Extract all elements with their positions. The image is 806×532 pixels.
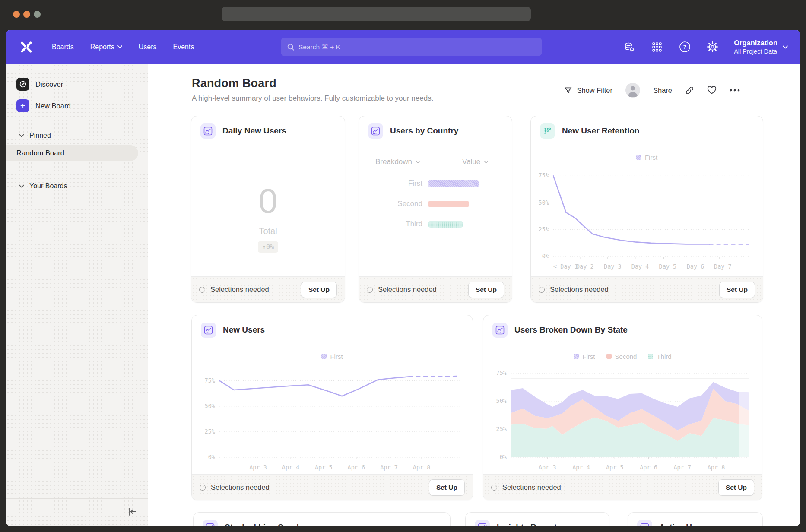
svg-text:Apr 8: Apr 8 xyxy=(413,464,431,471)
sidebar-item-random-board[interactable]: Random Board xyxy=(6,145,138,161)
set-up-button[interactable]: Set Up xyxy=(719,282,755,298)
sidebar-footer xyxy=(6,498,148,526)
close-window-button[interactable] xyxy=(13,11,20,18)
org-switcher[interactable]: Organization All Project Data xyxy=(734,38,788,55)
legend-swatch xyxy=(636,155,641,160)
svg-text:Apr 5: Apr 5 xyxy=(315,464,333,471)
line-chart-icon xyxy=(637,520,652,526)
set-up-button[interactable]: Set Up xyxy=(468,282,504,298)
card-title: New Users xyxy=(223,325,265,335)
dropdown-label: Value xyxy=(462,158,480,166)
org-name: Organization xyxy=(734,38,777,48)
legend-label: First xyxy=(582,353,595,360)
settings-gear-icon[interactable] xyxy=(706,41,718,53)
card-title: Users by Country xyxy=(390,126,458,136)
nav-item-label: Users xyxy=(139,43,157,51)
nav-item-label: Events xyxy=(173,43,194,51)
chevron-down-icon xyxy=(783,45,788,49)
bar xyxy=(428,221,463,228)
country-bar-row: Second xyxy=(359,200,512,208)
svg-text:Apr 3: Apr 3 xyxy=(539,464,556,471)
legend-entry: First xyxy=(636,154,657,161)
help-icon[interactable]: ? xyxy=(679,41,691,53)
sidebar-section-label: Your Boards xyxy=(29,182,67,190)
svg-text:25%: 25% xyxy=(496,425,507,432)
address-bar[interactable] xyxy=(222,7,531,21)
legend-swatch xyxy=(606,354,612,359)
sidebar-item-discover[interactable]: Discover xyxy=(6,73,148,95)
value-dropdown[interactable]: Value xyxy=(462,158,489,166)
breakdown-dropdown[interactable]: Breakdown xyxy=(375,158,420,166)
svg-text:50%: 50% xyxy=(205,402,215,409)
chevron-down-icon xyxy=(484,161,489,164)
share-button[interactable]: Share xyxy=(653,86,672,95)
status-text: Selections needed xyxy=(550,285,714,294)
card-active-users: Active Users xyxy=(628,512,763,526)
search-input[interactable]: Search ⌘ + K xyxy=(281,38,542,56)
svg-text:Apr 6: Apr 6 xyxy=(640,464,657,471)
svg-text:Apr 3: Apr 3 xyxy=(249,464,267,471)
traffic-lights xyxy=(13,11,41,18)
apps-grid-icon[interactable] xyxy=(651,41,663,53)
status-text: Selections needed xyxy=(211,483,424,491)
new-users-line-chart: 75%50%25%0%Apr 3Apr 4Apr 5Apr 6Apr 7Apr … xyxy=(192,361,473,474)
status-text: Selections needed xyxy=(378,285,463,294)
metric-total-label: Total xyxy=(259,226,277,236)
show-filter-button[interactable]: Show Filter xyxy=(564,86,612,95)
legend-entry: Second xyxy=(606,353,637,360)
svg-text:Apr 7: Apr 7 xyxy=(380,464,398,471)
nav-item-users[interactable]: Users xyxy=(133,40,163,54)
line-chart-icon xyxy=(203,520,218,526)
data-management-icon[interactable] xyxy=(623,41,635,53)
discover-compass-icon xyxy=(16,78,29,91)
more-options-button[interactable] xyxy=(730,89,740,92)
sidebar-section-pinned[interactable]: Pinned xyxy=(6,128,148,143)
legend-entry: Third xyxy=(648,353,671,360)
sidebar-section-label: Pinned xyxy=(29,132,51,139)
copy-link-button[interactable] xyxy=(685,86,694,95)
chevron-down-icon xyxy=(19,134,24,137)
favorite-button[interactable] xyxy=(707,86,717,95)
legend-swatch xyxy=(648,354,653,359)
avatar[interactable] xyxy=(625,83,640,98)
set-up-button[interactable]: Set Up xyxy=(429,479,465,496)
card-daily-new-users: Daily New Users 0 Total ↑0% Selections n… xyxy=(191,116,345,303)
search-placeholder: Search ⌘ + K xyxy=(298,43,340,51)
line-chart-icon xyxy=(368,124,383,139)
sidebar-section-your-boards[interactable]: Your Boards xyxy=(6,178,148,194)
card-new-user-retention: New User Retention First 75%50%25%0%< Da… xyxy=(530,116,763,303)
heart-icon xyxy=(707,86,717,95)
chevron-down-icon xyxy=(117,45,122,48)
sidebar-item-label: Discover xyxy=(35,80,63,89)
card-users-by-state: Users Broken Down By State FirstSecondTh… xyxy=(483,315,762,500)
minimize-window-button[interactable] xyxy=(23,11,30,18)
nav-item-reports[interactable]: Reports xyxy=(84,40,128,54)
status-circle-icon xyxy=(491,484,497,491)
sidebar-item-new-board[interactable]: + New Board xyxy=(6,95,148,117)
chart-legend: FirstSecondThird xyxy=(574,352,671,361)
card-title: New User Retention xyxy=(562,126,639,136)
top-navbar: Boards Reports Users Events Search ⌘ + K xyxy=(6,30,800,64)
status-circle-icon xyxy=(539,287,545,293)
page-subtitle: A high-level summary of user behaviors. … xyxy=(192,94,433,103)
app-window: Boards Reports Users Events Search ⌘ + K xyxy=(6,30,800,526)
svg-text:75%: 75% xyxy=(496,369,507,376)
country-bar-rows: FirstSecondThird xyxy=(359,179,512,228)
country-bar-row: Third xyxy=(359,220,512,228)
collapse-sidebar-icon[interactable] xyxy=(127,507,138,519)
mixpanel-logo-icon[interactable] xyxy=(20,41,33,54)
set-up-button[interactable]: Set Up xyxy=(301,282,337,298)
sidebar-item-label: Random Board xyxy=(16,149,64,157)
svg-text:Day 3: Day 3 xyxy=(604,263,622,270)
svg-text:0%: 0% xyxy=(500,453,507,460)
svg-text:0%: 0% xyxy=(208,453,215,460)
svg-text:50%: 50% xyxy=(496,397,507,404)
sidebar: Discover + New Board Pinned Random Board… xyxy=(6,64,148,526)
zoom-window-button[interactable] xyxy=(34,11,41,18)
plus-icon: + xyxy=(16,99,29,112)
legend-swatch xyxy=(321,354,327,359)
nav-item-boards[interactable]: Boards xyxy=(46,40,80,54)
nav-item-events[interactable]: Events xyxy=(167,40,200,54)
status-circle-icon xyxy=(200,484,206,491)
set-up-button[interactable]: Set Up xyxy=(718,479,754,496)
